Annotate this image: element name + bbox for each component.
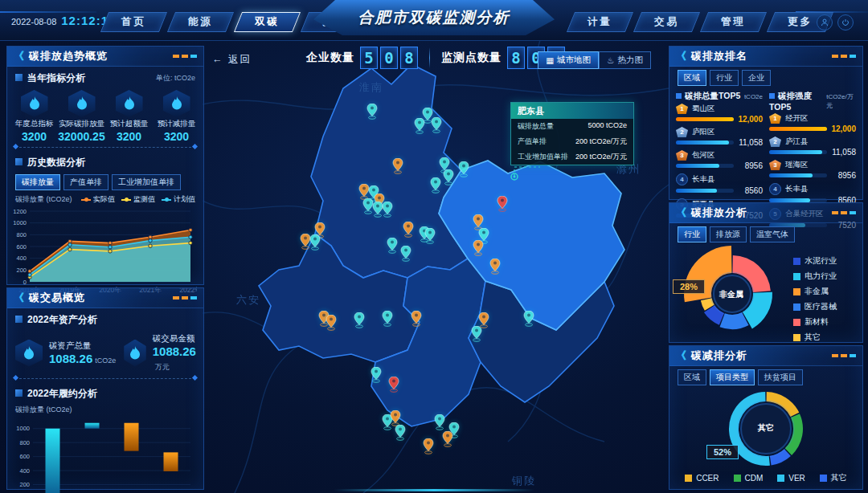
location-pin-icon[interactable] [392, 158, 403, 177]
legend-item-新材料[interactable]: 新材料 [793, 316, 837, 328]
legend-label: 电力行业 [805, 271, 837, 282]
point[interactable] [108, 250, 112, 253]
kpi-label: 实际碳排放量 [59, 119, 104, 129]
point[interactable] [108, 246, 112, 249]
subtab-工业增加值单排[interactable]: 工业增加值单排 [112, 174, 181, 190]
nav-tab-管理[interactable]: 管理 [700, 12, 767, 32]
subtab-行业[interactable]: 行业 [678, 226, 706, 242]
bar-碳排放总量[interactable] [46, 429, 60, 493]
location-pin-icon[interactable] [430, 177, 441, 197]
location-pin-icon[interactable] [403, 222, 414, 241]
subtab-排放源[interactable]: 排放源 [710, 226, 747, 242]
location-pin-icon[interactable] [400, 246, 411, 265]
map-button-城市地图[interactable]: ▦城市地图 [538, 51, 599, 69]
map-area: 淮南滁州六安铜陵 ← 返回 企业数量508监测点数量803 ▦城市地图♨热力图 … [203, 40, 669, 493]
subtab-扶贫项目[interactable]: 扶贫项目 [758, 369, 803, 385]
panel-title: 碳排放趋势概览 [29, 49, 108, 63]
point[interactable] [189, 241, 192, 244]
legend-item-其它[interactable]: 其它 [793, 332, 837, 343]
location-pin-icon[interactable] [497, 196, 508, 215]
point[interactable] [28, 273, 31, 276]
point[interactable] [68, 247, 72, 251]
nav-tab-双碳[interactable]: 双碳 [234, 12, 301, 32]
subtab-碳排放量[interactable]: 碳排放量 [15, 174, 60, 190]
location-pin-icon[interactable] [387, 238, 398, 257]
legend-swatch [793, 273, 800, 280]
panel-carbon-trade: 《 碳交易概览 2022年资产分析 碳资产总量1088.26tCO2e碳交易金额… [6, 287, 204, 490]
legend-item-水泥行业[interactable]: 水泥行业 [793, 255, 837, 267]
location-pin-icon[interactable] [366, 104, 378, 123]
tooltip-row-label: 碳排放总量 [518, 121, 554, 132]
legend-item-医疗器械[interactable]: 医疗器械 [793, 301, 837, 312]
kpi-stats: 年度总指标3200实际碳排放量32000.25预计超额量3200预计减排量320… [7, 87, 203, 143]
back-button[interactable]: ← 返回 [212, 53, 252, 67]
bar-配额交易量[interactable] [125, 423, 139, 451]
location-pin-icon[interactable] [326, 315, 337, 334]
location-pin-icon[interactable] [442, 431, 453, 450]
location-pin-icon[interactable] [371, 367, 382, 386]
location-pin-icon[interactable] [423, 438, 434, 458]
legend-item-监测值[interactable]: 监测值 [121, 194, 155, 205]
legend-item-CDM[interactable]: CDM [734, 472, 764, 483]
legend-item-非金属[interactable]: 非金属 [793, 286, 837, 297]
subtab-企业[interactable]: 企业 [742, 70, 771, 86]
nav-tab-能源[interactable]: 能源 [167, 12, 234, 32]
point[interactable] [149, 244, 152, 247]
location-pin-icon[interactable] [411, 311, 422, 330]
legend-item-电力行业[interactable]: 电力行业 [793, 271, 837, 282]
location-pin-icon[interactable] [354, 312, 365, 332]
location-pin-icon[interactable] [414, 118, 425, 137]
subtab-区域[interactable]: 区域 [678, 369, 706, 385]
location-pin-icon[interactable] [395, 425, 406, 444]
location-pin-icon[interactable] [471, 326, 482, 345]
point[interactable] [108, 241, 112, 244]
point[interactable] [149, 235, 152, 238]
location-pin-icon[interactable] [424, 228, 436, 247]
point[interactable] [149, 238, 152, 242]
location-pin-icon[interactable] [458, 161, 469, 181]
subtab-项目类型[interactable]: 项目类型 [710, 369, 755, 385]
nav-tab-首页[interactable]: 首页 [100, 12, 167, 32]
location-pin-icon[interactable] [309, 234, 321, 254]
location-pin-icon[interactable] [489, 259, 501, 278]
point[interactable] [189, 228, 192, 231]
nav-tab-交易[interactable]: 交易 [633, 12, 700, 32]
map-kpi-bar: 企业数量508监测点数量803 [306, 47, 565, 69]
location-pin-icon[interactable] [443, 169, 454, 189]
rank-name: 庐阳区 [692, 127, 715, 137]
subtab-温室气体[interactable]: 温室气体 [750, 226, 795, 242]
user-icon[interactable] [817, 14, 833, 31]
svg-text:600: 600 [16, 243, 27, 251]
trade-stat: 碳交易金额1088.26万元 [124, 333, 201, 373]
legend-item-实际值[interactable]: 实际值 [81, 194, 115, 205]
point[interactable] [68, 243, 72, 246]
legend-item-计划值[interactable]: 计划值 [162, 194, 195, 205]
point[interactable] [189, 235, 192, 238]
legend-item-其它[interactable]: 其它 [820, 472, 847, 483]
rank-medal-icon: 3 [676, 150, 688, 161]
map-button-热力图[interactable]: ♨热力图 [599, 51, 651, 69]
location-pin-icon[interactable] [388, 377, 399, 396]
chevron-left-icon: 《 [676, 206, 686, 220]
location-pin-icon[interactable] [431, 117, 442, 136]
point[interactable] [28, 270, 31, 273]
bar-CCER购买总量[interactable] [164, 452, 178, 471]
subtab-行业[interactable]: 行业 [710, 70, 739, 86]
legend-item-CCER[interactable]: CCER [685, 472, 719, 483]
location-pin-icon[interactable] [382, 311, 393, 330]
bar-国家发放配额[interactable] [85, 423, 100, 429]
trade-stat-unit: 万元 [155, 363, 170, 371]
point[interactable] [68, 239, 72, 242]
map-city-label: 淮南 [359, 80, 383, 95]
subtab-区域[interactable]: 区域 [678, 70, 706, 86]
location-pin-icon[interactable] [473, 240, 484, 259]
power-icon[interactable] [837, 14, 854, 31]
date-text: 2022-08-08 [11, 17, 56, 26]
legend-item-VER[interactable]: VER [777, 472, 805, 483]
datetime: 2022-08-0812:12:12 [11, 14, 116, 27]
legend-swatch [793, 304, 800, 311]
nav-tab-计量[interactable]: 计量 [567, 12, 633, 32]
subtab-产值单排[interactable]: 产值单排 [63, 174, 108, 190]
location-pin-icon[interactable] [382, 202, 393, 221]
location-pin-icon[interactable] [523, 311, 534, 330]
